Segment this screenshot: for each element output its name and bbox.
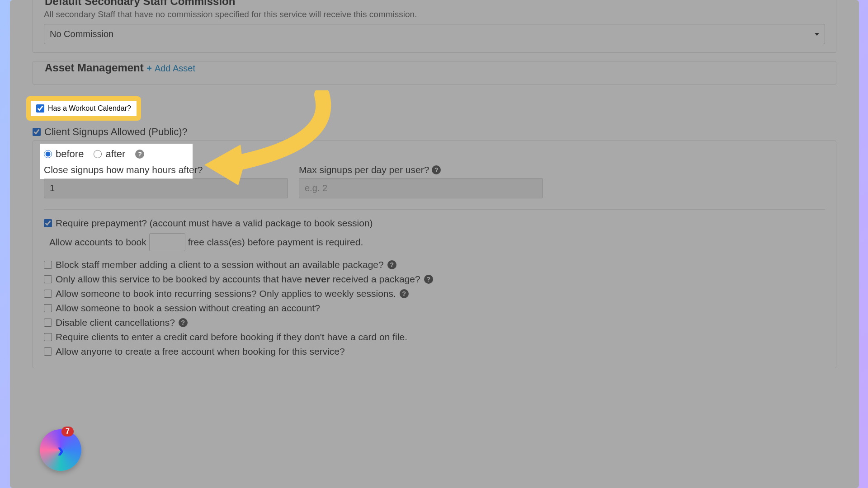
commission-fieldset: Default Secondary Staff Commission All s… xyxy=(33,0,836,53)
free-account-checkbox[interactable] xyxy=(44,347,52,356)
free-before-text: Allow accounts to book xyxy=(49,237,146,248)
radio-before-label: before xyxy=(56,148,84,160)
commission-legend: Default Secondary Staff Commission xyxy=(44,0,236,8)
prepay-checkbox[interactable] xyxy=(44,219,52,227)
help-icon[interactable]: ? xyxy=(387,260,396,269)
plus-icon: + xyxy=(146,63,152,74)
commission-help: All secondary Staff that have no commiss… xyxy=(44,9,825,19)
block-staff-label: Block staff member adding a client to a … xyxy=(56,259,384,270)
max-signups-label: Max signups per day per user? ? xyxy=(299,164,543,175)
commission-select[interactable]: No Commission xyxy=(44,24,825,44)
require-card-row: Require clients to enter a credit card b… xyxy=(44,332,825,343)
help-icon[interactable]: ? xyxy=(400,289,409,298)
only-never-checkbox[interactable] xyxy=(44,275,52,283)
max-signups-input[interactable] xyxy=(299,178,543,198)
only-never-row: Only allow this service to be booked by … xyxy=(44,274,825,285)
close-signups-label: Close signups how many hours after? xyxy=(44,164,288,175)
no-account-label: Allow someone to book a session without … xyxy=(56,303,320,314)
divider xyxy=(44,209,825,210)
chevron-right-icon: › xyxy=(57,439,64,461)
radio-before[interactable]: before xyxy=(44,148,84,160)
chat-circle-icon: › xyxy=(40,429,81,471)
free-account-label: Allow anyone to create a free account wh… xyxy=(56,346,345,357)
help-icon[interactable]: ? xyxy=(432,165,441,174)
help-icon[interactable]: ? xyxy=(179,318,188,327)
signups-panel: before after ? Close signups how many ho… xyxy=(33,141,836,368)
free-classes-row: Allow accounts to book free class(es) be… xyxy=(49,233,825,251)
client-signups-checkbox[interactable] xyxy=(33,128,41,136)
asset-fieldset: Asset Management + Add Asset xyxy=(33,61,836,84)
close-signups-input[interactable] xyxy=(44,178,288,198)
block-staff-checkbox[interactable] xyxy=(44,261,52,269)
add-asset-label: Add Asset xyxy=(155,63,195,74)
max-signups-label-text: Max signups per day per user? xyxy=(299,164,429,175)
only-never-bold: never xyxy=(305,274,330,284)
chat-widget[interactable]: 7 › xyxy=(40,429,81,471)
disable-cancel-label: Disable client cancellations? xyxy=(56,317,175,328)
require-card-label: Require clients to enter a credit card b… xyxy=(56,332,407,343)
client-signups-row: Client Signups Allowed (Public)? xyxy=(33,126,836,138)
asset-legend: Asset Management xyxy=(44,61,145,74)
disable-cancel-row: Disable client cancellations? ? xyxy=(44,317,825,328)
workout-calendar-checkbox[interactable] xyxy=(36,104,44,113)
radio-after[interactable]: after xyxy=(94,148,125,160)
recurring-checkbox[interactable] xyxy=(44,290,52,298)
recurring-row: Allow someone to book into recurring ses… xyxy=(44,288,825,299)
free-after-text: free class(es) before payment is require… xyxy=(188,237,363,248)
radio-after-label: after xyxy=(105,148,125,160)
disable-cancel-checkbox[interactable] xyxy=(44,319,52,327)
workout-calendar-label: Has a Workout Calendar? xyxy=(48,104,131,113)
only-never-a: Only allow this service to be booked by … xyxy=(56,274,305,284)
caret-down-icon xyxy=(815,33,819,36)
no-account-row: Allow someone to book a session without … xyxy=(44,303,825,314)
free-account-row: Allow anyone to create a free account wh… xyxy=(44,346,825,357)
timing-radio-row: before after ? xyxy=(44,148,825,160)
block-staff-row: Block staff member adding a client to a … xyxy=(44,259,825,270)
close-signups-field: Close signups how many hours after? xyxy=(44,164,288,198)
free-classes-input[interactable] xyxy=(149,233,185,251)
prepay-label: Require prepayment? (account must have a… xyxy=(56,218,373,229)
notification-badge: 7 xyxy=(61,427,74,436)
prepay-row: Require prepayment? (account must have a… xyxy=(44,218,825,229)
help-icon[interactable]: ? xyxy=(424,275,433,284)
client-signups-label: Client Signups Allowed (Public)? xyxy=(44,126,188,138)
workout-calendar-highlight: Has a Workout Calendar? xyxy=(26,96,141,121)
only-never-label: Only allow this service to be booked by … xyxy=(56,274,420,285)
require-card-checkbox[interactable] xyxy=(44,333,52,341)
only-never-b: received a package? xyxy=(330,274,420,284)
recurring-label: Allow someone to book into recurring ses… xyxy=(56,288,396,299)
radio-before-input[interactable] xyxy=(44,150,52,158)
timing-fields: Close signups how many hours after? Max … xyxy=(44,164,825,198)
radio-after-input[interactable] xyxy=(94,150,102,158)
help-icon[interactable]: ? xyxy=(135,150,144,159)
max-signups-field: Max signups per day per user? ? xyxy=(299,164,543,198)
commission-select-value: No Commission xyxy=(50,29,113,39)
add-asset-link[interactable]: + Add Asset xyxy=(146,63,195,74)
no-account-checkbox[interactable] xyxy=(44,304,52,312)
